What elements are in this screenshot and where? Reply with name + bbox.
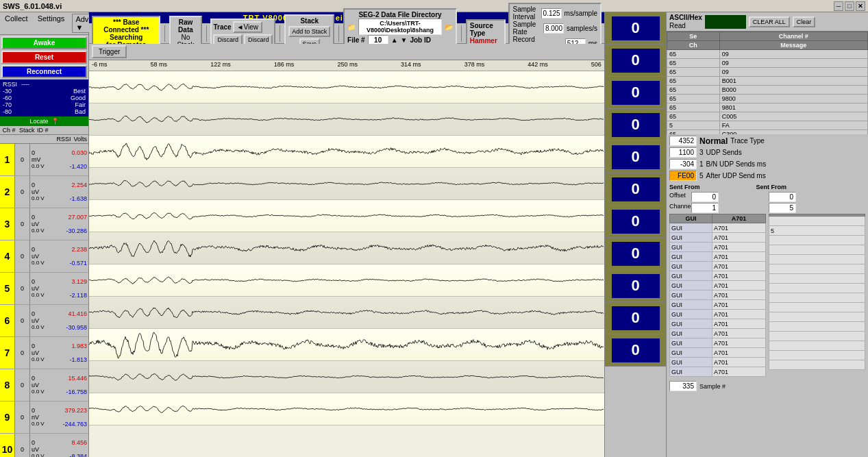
right-offset-val[interactable]: 0 — [769, 192, 796, 202]
toolbar-row1: *** Base Connected *** Searching for Rem… — [89, 23, 604, 44]
status-zero-9: 0 — [612, 274, 660, 298]
left-sent-row-14: GUI A701 — [670, 358, 766, 367]
msg-cell-0: 09 — [719, 50, 867, 59]
channel-number-4: 4 — [0, 240, 15, 272]
msg-cell-5: 9800 — [719, 95, 867, 103]
reconnect-button[interactable]: Reconnect — [1, 65, 87, 78]
channel-val[interactable]: 1 — [691, 203, 719, 213]
left-gui-cell-6: GUI — [670, 281, 712, 291]
waveform-row-11 — [89, 393, 604, 425]
sample-interval-unit: ms/sample — [565, 10, 597, 17]
channel-stack-6: 0 — [15, 305, 30, 336]
ch-table-header-channel: Channel # — [719, 32, 867, 41]
left-sent-row-5: GUI A701 — [670, 271, 766, 281]
ch-table-subheader-ch: Ch — [667, 41, 720, 50]
time-marker: -6 ms — [92, 61, 108, 70]
sample-num-val: 335 — [669, 381, 697, 391]
window-title: SWS_6.01.048.vi — [3, 2, 62, 10]
ch-cell-5: 65 — [667, 95, 720, 103]
left-a701-cell-10: A701 — [712, 319, 765, 329]
seg2-row1: 📁 C:\Users\TRT-V8000\Desktop\8shang 📂 — [347, 18, 453, 35]
offset-label: Offset — [669, 192, 690, 202]
right-sent-row-7 — [769, 284, 865, 293]
left-sent-row-3: GUI A701 — [670, 252, 766, 262]
left-a701-cell-1: A701 — [712, 233, 765, 243]
channel-number-10: 10 — [0, 434, 15, 457]
left-gui-cell-8: GUI — [670, 300, 712, 310]
waveform-canvas-11 — [89, 393, 604, 425]
waveform-area: -6 ms58 ms122 ms186 ms250 ms314 ms378 ms… — [89, 60, 604, 457]
channel-item-4: 4 0 0 2.238 uV 0.0 V -0.571 — [0, 240, 88, 273]
rssi-best-row: -30 Best — [3, 88, 86, 95]
menu-settings[interactable]: Settings — [36, 14, 67, 33]
left-a701-cell-6: A701 — [712, 281, 765, 291]
minimize-button[interactable]: ─ — [834, 1, 843, 11]
ch-cell-3: 65 — [667, 77, 720, 86]
fe0-val: FE00 — [669, 171, 697, 181]
awake-button[interactable]: Awake — [1, 36, 87, 49]
waveform-row-1 — [89, 71, 604, 103]
volts-subheader: Volts — [73, 136, 87, 143]
channel-vals-7: 0 1.983 uV 0.0 V -1.813 — [30, 337, 88, 369]
add-to-stack-button[interactable]: Add to Stack — [288, 26, 330, 37]
time-marker: 58 ms — [151, 61, 168, 70]
right-sent-row-12 — [769, 332, 865, 341]
file-up-icon[interactable]: ▲ — [391, 36, 398, 44]
waveform-canvas-2 — [89, 103, 604, 135]
waveform-row-2 — [89, 103, 604, 136]
right-sent-row-3 — [769, 245, 865, 255]
ch-table-header-se: Se — [667, 32, 720, 41]
channel-item-6: 6 0 0 41.416 uV 0.0 V -30.958 — [0, 305, 88, 337]
right-panel: 00000000000 — [604, 12, 666, 457]
right-sent-row-5 — [769, 264, 865, 274]
waveform-canvas-4 — [89, 168, 604, 199]
stack-label: Stack — [300, 17, 319, 25]
close-button[interactable]: ✕ — [856, 1, 865, 11]
rssi-minus30: -30 — [3, 88, 12, 95]
channel-vals-9: 0 379.223 nV 0.0 V -244.763 — [30, 402, 88, 433]
file-down-icon[interactable]: ▼ — [401, 36, 408, 44]
channel-label: Channel — [669, 203, 690, 213]
channel-status-item-7: 0 — [605, 206, 666, 238]
trigger-button[interactable]: Trigger — [92, 45, 127, 58]
after-udp-val: 5 — [699, 172, 704, 180]
channel-status-item-2: 0 — [605, 45, 666, 77]
channel-item-10: 10 0 0 8.456 uV 0.0 V -8.384 — [0, 434, 88, 457]
seg2-path: C:\Users\TRT-V8000\Desktop\8shang — [358, 18, 442, 35]
sample-rate-row: Sample Rate 8.000 samples/s — [512, 21, 597, 36]
file-num-label: File # — [347, 36, 365, 44]
offset-val[interactable]: 0 — [691, 192, 719, 202]
clear-all-button[interactable]: CLEAR ALL — [749, 16, 790, 27]
msg-cell-4: B000 — [719, 86, 867, 95]
right-sent-cell-2 — [769, 236, 865, 245]
right-sent-row-1: 5 — [769, 226, 865, 236]
left-a701-cell-12: A701 — [712, 338, 765, 348]
msg-cell-3: B001 — [719, 77, 867, 86]
clear-button[interactable]: Clear — [793, 16, 816, 27]
channel-table-row-1: 65 09 — [667, 59, 868, 68]
status-zero-3: 0 — [612, 81, 660, 105]
rssi-label: RSSI — [3, 81, 17, 88]
channel-vals-3: 0 27.007 uV 0.0 V -30.286 — [30, 208, 88, 240]
status-zero-10: 0 — [612, 306, 660, 330]
right-channel-val[interactable]: 5 — [769, 203, 796, 213]
channel-vals-1: 0 0.030 mV 0.0 V -1.420 — [30, 144, 88, 175]
rssi-best: Best — [73, 88, 86, 95]
num-samples-val: 4352 — [669, 136, 697, 146]
locate-panel[interactable]: Locate 📍 — [0, 116, 88, 126]
channel-table-row-5: 65 9800 — [667, 95, 868, 103]
rssi-good: Good — [71, 95, 86, 101]
channel-status-item-4: 0 — [605, 109, 666, 141]
maximize-button[interactable]: □ — [845, 1, 854, 11]
left-sent-row-4: GUI A701 — [670, 262, 766, 271]
channel-stack-4: 0 — [15, 240, 30, 272]
waveform-canvas-3 — [89, 136, 604, 167]
ch-cell-0: 65 — [667, 50, 720, 59]
reset-button[interactable]: Reset — [1, 51, 87, 64]
channel-number-9: 9 — [0, 402, 15, 433]
left-a701-header: A701 — [712, 214, 765, 223]
left-gui-cell-5: GUI — [670, 271, 712, 281]
view-button[interactable]: ◄View — [233, 21, 262, 33]
menu-collect[interactable]: Collect — [3, 14, 30, 33]
title-bar-buttons: ─ □ ✕ — [834, 1, 865, 11]
